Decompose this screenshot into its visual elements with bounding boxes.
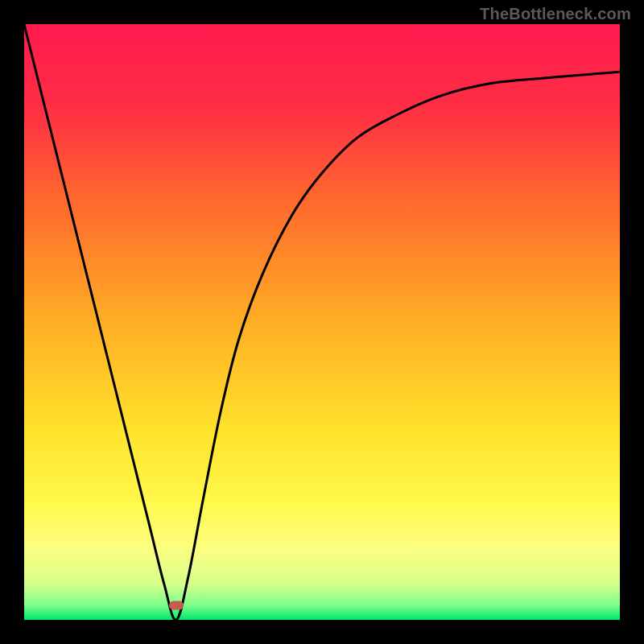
optimal-point-marker bbox=[169, 601, 184, 610]
bottleneck-curve bbox=[24, 24, 620, 620]
plot-area bbox=[24, 24, 620, 620]
watermark-text: TheBottleneck.com bbox=[480, 5, 631, 23]
